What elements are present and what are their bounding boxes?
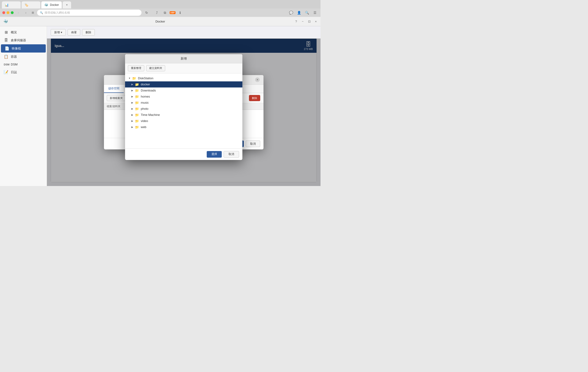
chevron-right-icon-downloads: ▶ (131, 89, 134, 92)
tab-3[interactable]: 🐳 Docker (41, 1, 62, 9)
tab-1-icon: 📊 (5, 3, 9, 7)
adv-delete-label: 刪除 (252, 97, 257, 99)
tree-item-homes[interactable]: ▶ 📁 homes (125, 93, 242, 99)
chevron-right-icon: ▶ (131, 83, 134, 86)
tree-item-music[interactable]: ▶ 📁 music (125, 99, 242, 105)
file-picker-dialog: 新增 重新整理 建立資料夾 ▼ 📁 DiskStation (125, 54, 242, 160)
folder-icon-downloads: 📁 (135, 88, 139, 92)
tree-item-timemachine[interactable]: ▶ 📁 Time Machine (125, 112, 242, 118)
dsm-icon: DSM (4, 63, 9, 66)
forward-button[interactable]: › (23, 10, 29, 15)
titlebar-minimize-button[interactable]: − (300, 19, 305, 24)
overview-icon: ⊞ (4, 30, 9, 34)
chevron-right-icon-video: ▶ (131, 120, 134, 122)
delete-label: 刪除 (86, 31, 91, 34)
address-placeholder: 搜尋或輸入網站名稱 (45, 11, 70, 15)
containers-icon: 📋 (4, 54, 9, 59)
tree-item-video[interactable]: ▶ 📁 video (125, 118, 242, 124)
sidebar-item-containers-label: 容器 (11, 55, 17, 59)
sidebar-item-overview[interactable]: ⊞ 概況 (0, 28, 47, 36)
browser-toolbar: ‹ › ⊞ 🔍 搜尋或輸入網站名稱 ↻ ⤴ ⧉ ABP ℹ 💬 👤 🔍 ☰ (0, 9, 321, 17)
app-window: 🐳 Docker ? − ⊡ × ⊞ 概況 🗄 倉庫伺服器 📄 映像檔 (0, 17, 321, 186)
titlebar-restore-button[interactable]: ⊡ (306, 19, 312, 24)
folder-icon-music: 📁 (135, 101, 139, 104)
panel-area: Igua... 🗄 273 MB 進階設定 (47, 39, 321, 186)
tree-item-web[interactable]: ▶ 📁 web (125, 124, 242, 130)
tab-1[interactable]: 📊 (2, 1, 21, 9)
adv-tab-storage[interactable]: 儲存空間 (104, 85, 124, 93)
select-button[interactable]: 選擇 (207, 151, 222, 157)
tree-item-diskstation[interactable]: ▼ 📁 DiskStation (125, 75, 242, 81)
adv-add-folder-button[interactable]: 新增檔案夾 (107, 95, 126, 101)
message-button[interactable]: 💬 (288, 9, 294, 16)
new-tab-btn[interactable]: + (63, 1, 71, 9)
adblock-badge[interactable]: ABP (170, 11, 176, 14)
sidebar-item-images-label: 映像檔 (12, 46, 21, 51)
content-toolbar: 新增 ▾ 佈署 刪除 (47, 26, 321, 39)
sidebar: ⊞ 概況 🗄 倉庫伺服器 📄 映像檔 📋 容器 DSM DSM 📝 日誌 (0, 26, 47, 186)
sidebar-item-registry-label: 倉庫伺服器 (11, 38, 26, 42)
tree-label-downloads: Downloads (141, 89, 156, 92)
add-button[interactable]: 新增 ▾ (51, 29, 66, 36)
user-button[interactable]: 👤 (296, 9, 302, 16)
sidebar-item-dsm[interactable]: DSM DSM (0, 61, 47, 68)
tab-3-icon: 🐳 (44, 3, 48, 7)
tree-label-photo: photo (141, 107, 148, 111)
add-dropdown-icon: ▾ (61, 31, 62, 34)
back-button[interactable]: ‹ (15, 10, 21, 15)
sidebar-item-images[interactable]: 📄 映像檔 (1, 44, 46, 52)
registry-icon: 🗄 (4, 38, 9, 42)
chevron-right-icon-music: ▶ (131, 101, 134, 104)
sidebar-item-dsm-label: DSM (11, 63, 18, 66)
share-button[interactable]: ⤴ (154, 9, 160, 16)
tree-item-downloads[interactable]: ▶ 📁 Downloads (125, 87, 242, 93)
tree-label-homes: homes (141, 95, 150, 98)
sidebar-item-containers[interactable]: 📋 容器 (0, 52, 47, 61)
sidebar-item-logs-label: 日誌 (11, 70, 17, 74)
tree-item-docker[interactable]: ▶ 📁 docker (125, 81, 242, 87)
cancel-button[interactable]: 取消 (224, 151, 239, 157)
chevron-down-icon: ▼ (128, 77, 131, 80)
folder-icon-video: 📁 (135, 119, 139, 123)
adv-cancel-button[interactable]: 取消 (246, 141, 260, 147)
file-picker-title: 新增 (181, 56, 187, 61)
delete-button[interactable]: 刪除 (82, 29, 95, 36)
tree-label-web: web (141, 125, 147, 129)
reload-button[interactable]: ↻ (143, 9, 150, 16)
app-body: ⊞ 概況 🗄 倉庫伺服器 📄 映像檔 📋 容器 DSM DSM 📝 日誌 (0, 26, 321, 186)
minimize-traffic-light[interactable] (7, 11, 9, 14)
tree-item-photo[interactable]: ▶ 📁 photo (125, 105, 242, 112)
create-folder-button[interactable]: 建立資料夾 (146, 65, 165, 71)
tree-label-timemachine: Time Machine (141, 113, 160, 117)
address-bar[interactable]: 🔍 搜尋或輸入網站名稱 (37, 10, 141, 16)
chevron-right-icon-homes: ▶ (131, 95, 134, 98)
adv-delete-button[interactable]: 刪除 (249, 95, 260, 101)
docker-icon: 🐳 (3, 19, 9, 24)
sidebar-item-logs[interactable]: 📝 日誌 (0, 68, 47, 76)
titlebar-controls: ? − ⊡ × (293, 19, 319, 24)
tab-bar: 📊 🏷️ 🐳 Docker + (0, 0, 321, 9)
sidebar-item-registry[interactable]: 🗄 倉庫伺服器 (0, 36, 47, 44)
deploy-button[interactable]: 佈署 (68, 29, 80, 36)
logs-icon: 📝 (4, 70, 9, 74)
chevron-right-icon-photo: ▶ (131, 107, 134, 110)
file-picker-header: 新增 (125, 54, 242, 63)
search-button[interactable]: 🔍 (304, 9, 310, 16)
titlebar-close-button[interactable]: × (313, 19, 319, 24)
reorganize-button[interactable]: 重新整理 (128, 65, 144, 71)
info-button[interactable]: ℹ (177, 9, 183, 16)
menu-button[interactable]: ☰ (312, 9, 318, 16)
sidebar-toggle-button[interactable]: ⊞ (31, 10, 35, 15)
tabs-button[interactable]: ⧉ (162, 9, 168, 16)
tree-label-music: music (141, 101, 149, 104)
maximize-traffic-light[interactable] (11, 11, 14, 14)
close-traffic-light[interactable] (2, 11, 5, 14)
right-toolbar-icons: 💬 👤 🔍 ☰ (288, 9, 318, 16)
adv-close-button[interactable]: × (255, 77, 260, 82)
images-icon: 📄 (5, 46, 9, 51)
tab-2-icon: 🏷️ (24, 3, 28, 7)
titlebar-help-button[interactable]: ? (293, 19, 299, 24)
traffic-lights (2, 11, 14, 14)
tab-2[interactable]: 🏷️ (21, 1, 40, 9)
app-title: Docker (155, 20, 165, 23)
